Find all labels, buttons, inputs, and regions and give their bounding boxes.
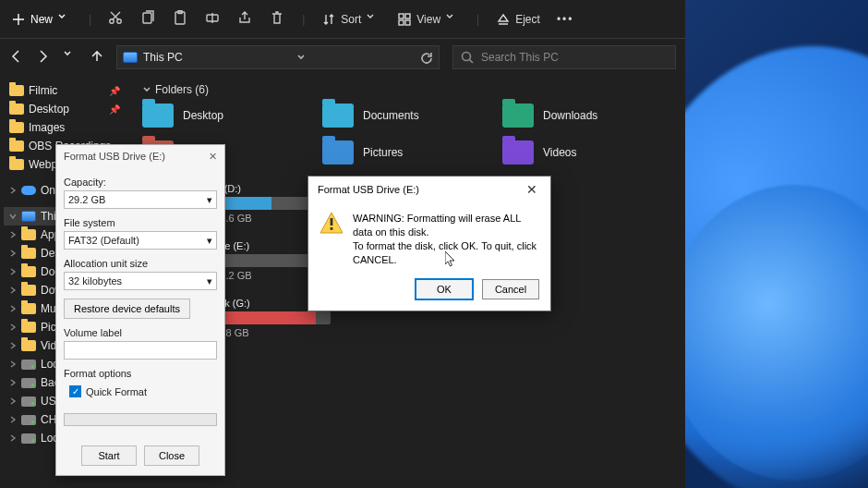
view-icon: [397, 12, 412, 27]
chevron-right-icon: [9, 268, 17, 275]
recent-button[interactable]: [63, 49, 77, 66]
drive-icon: [21, 360, 36, 370]
toolbar: New | | Sort View | Eject •••: [0, 0, 685, 39]
close-button[interactable]: Close: [144, 445, 199, 466]
pc-icon: [21, 211, 36, 222]
eject-icon: [496, 12, 511, 27]
chevron-down-icon: [57, 12, 72, 27]
trash-icon: [270, 10, 285, 26]
folder-icon: [9, 122, 24, 133]
drive-icon: [21, 396, 36, 407]
chevron-down-icon[interactable]: [296, 53, 306, 62]
forward-button[interactable]: [36, 49, 50, 66]
address-bar[interactable]: This PC: [116, 45, 440, 69]
folder-icon: [21, 266, 36, 277]
volume-label-input[interactable]: [64, 341, 217, 360]
folder-item[interactable]: Pictures: [322, 140, 493, 165]
chevron-down-icon: [63, 49, 77, 63]
new-button[interactable]: New: [11, 12, 72, 27]
rename-button[interactable]: [205, 10, 221, 29]
folder-item[interactable]: Downloads: [502, 104, 673, 128]
chevron-down-icon: [366, 12, 380, 27]
svg-rect-8: [399, 20, 404, 25]
close-button[interactable]: ✕: [209, 151, 217, 163]
folder-icon: [9, 104, 24, 115]
search-input[interactable]: Search This PC: [452, 45, 676, 69]
filesystem-label: File system: [64, 217, 217, 228]
plus-icon: [11, 12, 26, 27]
svg-rect-2: [143, 13, 151, 23]
svg-point-0: [110, 18, 114, 22]
share-button[interactable]: [237, 10, 253, 29]
chevron-right-icon: [9, 323, 17, 331]
rename-icon: [205, 10, 221, 26]
pin-icon: 📌: [109, 104, 120, 115]
arrow-up-icon: [90, 49, 103, 63]
delete-button[interactable]: [270, 10, 285, 29]
warning-icon: [319, 212, 344, 234]
chevron-down-icon: [9, 213, 17, 220]
pc-icon: [123, 52, 138, 63]
chevron-right-icon: [9, 397, 17, 405]
svg-rect-9: [405, 20, 410, 25]
capacity-label: Capacity:: [64, 177, 217, 188]
eject-label: Eject: [515, 13, 540, 26]
folder-icon: [21, 248, 36, 259]
paste-button[interactable]: [173, 10, 188, 29]
back-button[interactable]: [9, 49, 23, 66]
chevron-down-icon: [142, 85, 151, 94]
cancel-button[interactable]: Cancel: [482, 279, 539, 299]
quick-format-checkbox[interactable]: ✓Quick Format: [69, 385, 217, 397]
view-button[interactable]: View: [397, 12, 460, 27]
chevron-right-icon: [9, 360, 17, 368]
arrow-left-icon: [9, 49, 23, 63]
restore-defaults-button[interactable]: Restore device defaults: [64, 299, 190, 319]
folder-item[interactable]: Desktop: [142, 104, 313, 128]
drive-icon: [21, 378, 36, 388]
folder-item[interactable]: Documents: [322, 104, 493, 128]
breadcrumb[interactable]: This PC: [143, 51, 183, 64]
refresh-button[interactable]: [419, 51, 433, 65]
more-button[interactable]: •••: [557, 13, 574, 26]
copy-button[interactable]: [140, 10, 156, 29]
sidebar-item[interactable]: Filmic📌: [4, 81, 126, 100]
close-button[interactable]: ✕: [523, 182, 541, 197]
folder-icon: [9, 85, 24, 96]
start-button[interactable]: Start: [81, 445, 137, 466]
folders-section-header[interactable]: Folders (6): [142, 83, 672, 96]
folder-icon: [322, 140, 354, 165]
format-progress-bar: [64, 413, 217, 426]
cut-button[interactable]: [108, 10, 124, 29]
sort-button[interactable]: Sort: [321, 12, 380, 27]
capacity-select[interactable]: 29.2 GB▾: [64, 190, 217, 209]
eject-button[interactable]: Eject: [496, 12, 540, 27]
folder-icon: [9, 140, 24, 152]
filesystem-select[interactable]: FAT32 (Default)▾: [64, 231, 217, 250]
chevron-right-icon: [9, 434, 17, 442]
pin-icon: 📌: [109, 86, 120, 96]
sidebar-item[interactable]: Images: [4, 118, 126, 137]
format-dialog-title-bar[interactable]: Format USB Drive (E:) ✕: [56, 145, 224, 167]
format-options-label: Format options: [64, 368, 217, 379]
folder-icon: [502, 140, 534, 165]
sidebar-item[interactable]: Desktop📌: [4, 100, 126, 118]
folder-item[interactable]: Videos: [502, 140, 673, 165]
svg-rect-11: [331, 218, 333, 226]
sort-label: Sort: [341, 13, 361, 26]
format-dialog-title: Format USB Drive (E:): [64, 151, 165, 162]
svg-rect-7: [405, 14, 410, 18]
folder-icon: [21, 340, 36, 351]
drive-icon: [21, 415, 36, 425]
chevron-right-icon: [9, 287, 17, 294]
up-button[interactable]: [90, 49, 103, 66]
share-icon: [237, 10, 253, 26]
allocation-select[interactable]: 32 kilobytes▾: [64, 272, 217, 290]
chevron-right-icon: [9, 305, 17, 312]
warning-title-bar[interactable]: Format USB Drive (E:) ✕: [308, 177, 550, 202]
copy-icon: [140, 10, 156, 26]
nav-row: This PC Search This PC: [0, 39, 685, 76]
sort-icon: [321, 12, 336, 27]
scissors-icon: [108, 10, 124, 26]
mouse-cursor: [445, 251, 456, 268]
ok-button[interactable]: OK: [416, 279, 473, 299]
